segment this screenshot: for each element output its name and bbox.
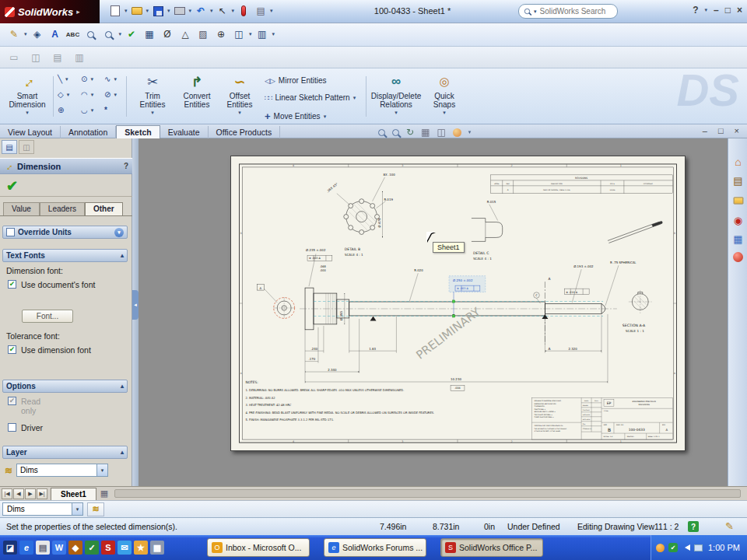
search-box[interactable]: ▾ <box>518 4 618 19</box>
layer-dropdown[interactable]: Dims ▾ <box>16 464 108 477</box>
rectangle-tool[interactable]: ◇▾ <box>58 90 69 99</box>
security-shield-icon[interactable]: ✔ <box>668 543 678 552</box>
quick-launch-icon[interactable]: ▦ <box>150 541 164 555</box>
solidworks-icon[interactable]: S <box>101 541 115 555</box>
print-icon[interactable] <box>172 3 188 19</box>
tab-value[interactable]: Value <box>3 202 40 215</box>
file-explorer-icon[interactable] <box>733 194 744 208</box>
tab-other[interactable]: Other <box>85 202 123 215</box>
tab-sketch[interactable]: Sketch <box>116 125 160 139</box>
panel-collapse-handle[interactable]: ◂ <box>132 290 139 320</box>
close-icon[interactable]: × <box>737 5 742 16</box>
sheet-tab-sheet1[interactable]: Sheet1 <box>51 488 96 500</box>
chevron-down-icon[interactable]: ▾ <box>119 31 122 37</box>
taskbar-button-inbox[interactable]: O Inbox - Microsoft O... <box>207 538 310 557</box>
zoom-icon[interactable] <box>83 26 99 42</box>
internet-explorer-icon[interactable]: e <box>19 541 33 555</box>
construction-tool[interactable]: * <box>104 106 107 114</box>
taskbar-button-forums[interactable]: e SolidWorks Forums ... <box>324 538 426 557</box>
previous-view-icon[interactable]: ↻ <box>406 127 414 138</box>
layer-combo[interactable]: Dims ▾ <box>2 502 83 516</box>
solidworks-resources-icon[interactable]: ◉ <box>734 215 742 226</box>
options-section[interactable]: Options ▴ <box>2 380 128 393</box>
chevron-down-icon[interactable]: ▾ <box>238 110 241 116</box>
next-sheet-button[interactable]: ▶ <box>25 488 36 499</box>
panel-splitter[interactable]: ◂ <box>132 138 139 486</box>
model-items-icon[interactable]: ▦ <box>142 26 157 42</box>
spell-checker-icon[interactable]: ABC <box>65 26 81 42</box>
view-settings-icon[interactable]: ▦ <box>421 127 430 138</box>
chevron-down-icon[interactable]: ▾ <box>146 8 149 14</box>
circle-tool[interactable]: ⊙▾ <box>81 75 93 83</box>
offset-entities-button[interactable]: ∽ Offset Entities ▾ <box>221 72 258 122</box>
font-button[interactable]: Font... <box>22 310 73 323</box>
mirror-entities-button[interactable]: ◁▷ Mirror Entities <box>265 76 327 85</box>
chevron-down-icon[interactable]: ▾ <box>395 110 398 116</box>
layer-properties-button[interactable]: ≋ <box>87 502 104 516</box>
chevron-down-icon[interactable]: ▾ <box>96 464 107 476</box>
convert-entities-button[interactable]: ↱ Convert Entities <box>176 72 218 122</box>
chevron-down-icon[interactable]: ▾ <box>270 8 273 14</box>
chevron-down-icon[interactable]: ▾ <box>26 110 29 116</box>
chevron-down-icon[interactable]: ▾ <box>232 8 235 14</box>
add-sheet-icon[interactable]: ▦ <box>100 488 108 499</box>
new-document-icon[interactable] <box>107 3 123 19</box>
select-pointer-icon[interactable]: ↖ <box>215 3 230 19</box>
design-library-icon[interactable]: ▤ <box>733 175 742 187</box>
attach-icon[interactable]: ▭ <box>6 50 22 65</box>
trim-entities-button[interactable]: ✂ Trim Entities ▾ <box>132 72 173 122</box>
first-sheet-button[interactable]: |◀ <box>2 488 12 499</box>
spell-check-ok-icon[interactable]: ✔ <box>124 26 139 42</box>
override-units-expand-icon[interactable]: ▾ <box>114 228 124 237</box>
quick-launch-icon[interactable]: ◆ <box>68 541 82 555</box>
spline-tool[interactable]: ∿▾ <box>104 75 117 83</box>
note-icon[interactable]: A <box>47 26 63 42</box>
chevron-down-icon[interactable]: ▾ <box>67 92 70 98</box>
chevron-down-icon[interactable]: ▾ <box>65 76 68 82</box>
ok-check-icon[interactable]: ✔ <box>6 177 18 194</box>
chevron-down-icon[interactable]: ▾ <box>91 107 94 114</box>
align-icon[interactable]: ◫ <box>28 50 44 65</box>
driver-checkbox[interactable]: Driver <box>8 423 101 432</box>
override-units-section[interactable]: Override Units ▾ <box>2 226 128 239</box>
network-icon[interactable] <box>694 544 703 551</box>
taskbar-button-solidworks[interactable]: S SolidWorks Office P... <box>440 538 543 557</box>
blocks-icon[interactable]: ▥ <box>254 26 270 42</box>
layer-section[interactable]: Layer ▴ <box>2 446 128 459</box>
quick-launch-icon[interactable]: ✓ <box>85 541 99 555</box>
chevron-down-icon[interactable]: ▾ <box>91 92 94 98</box>
format-painter-icon[interactable]: ◈ <box>30 26 45 42</box>
document-close-icon[interactable]: × <box>735 126 739 135</box>
quick-launch-icon[interactable]: ★ <box>134 541 148 555</box>
show-desktop-icon[interactable]: ▤ <box>36 541 50 555</box>
document-restore-icon[interactable]: □ <box>718 126 724 135</box>
update-tray-icon[interactable] <box>656 544 665 552</box>
chevron-down-icon[interactable]: ▾ <box>72 503 82 515</box>
collapse-icon[interactable]: ▴ <box>121 449 124 456</box>
property-manager-tab-icon[interactable]: ▤ <box>2 140 17 154</box>
use-documents-font-checkbox[interactable]: ✔ Use document's font <box>8 280 117 289</box>
chevron-down-icon[interactable]: ▾ <box>114 76 117 82</box>
tables-icon[interactable]: ◫ <box>231 26 247 42</box>
collapse-icon[interactable]: ▴ <box>121 252 124 259</box>
override-units-checkbox[interactable] <box>6 228 15 236</box>
help-caret-icon[interactable]: ▾ <box>705 7 708 13</box>
previous-sheet-button[interactable]: ◀ <box>13 488 24 499</box>
save-icon[interactable] <box>150 3 166 19</box>
solidworks-logo[interactable]: SolidWorks ▸ <box>0 0 100 23</box>
volume-icon[interactable] <box>682 544 690 551</box>
grid-settings-icon[interactable]: ▥ <box>72 50 87 65</box>
chevron-down-icon[interactable]: ▾ <box>272 31 275 37</box>
minimize-icon[interactable]: – <box>714 5 719 16</box>
chevron-down-icon[interactable]: ▾ <box>210 8 213 14</box>
zoom-to-area-icon[interactable] <box>101 26 117 42</box>
appearances-icon[interactable] <box>733 252 743 262</box>
collapse-icon[interactable]: ▴ <box>121 383 124 390</box>
panel-help-icon[interactable]: ? <box>124 162 128 170</box>
read-only-checkbox[interactable]: ✔ Read only <box>8 397 101 415</box>
chevron-down-icon[interactable]: ▾ <box>353 95 356 101</box>
logo-expand-icon[interactable]: ▸ <box>76 8 80 16</box>
help-icon[interactable]: ? <box>693 5 698 16</box>
chevron-down-icon[interactable]: ▾ <box>90 76 93 82</box>
search-input[interactable] <box>540 7 607 16</box>
